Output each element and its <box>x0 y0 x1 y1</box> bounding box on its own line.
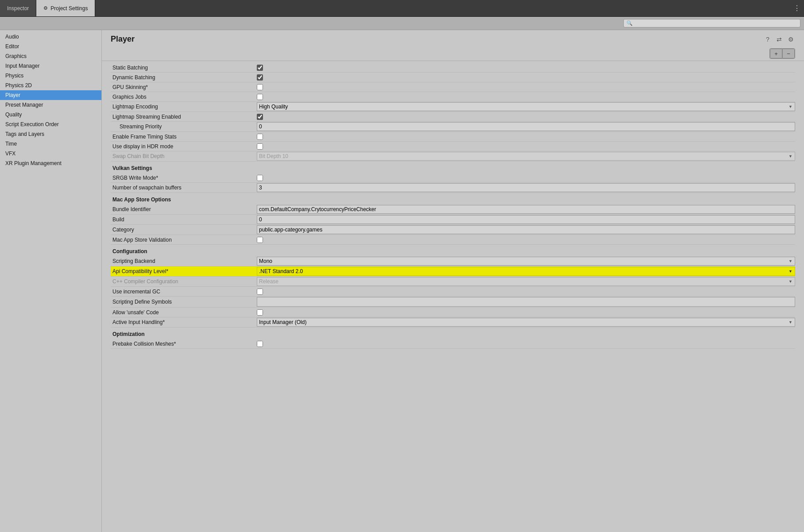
search-bar: 🔍 <box>0 17 804 30</box>
label-srgb-write-mode: SRGB Write Mode* <box>111 175 257 181</box>
label-graphics-jobs: Graphics Jobs <box>111 94 257 100</box>
row-incremental-gc: Use incremental GC <box>111 287 795 297</box>
section-configuration: Configuration <box>111 245 795 256</box>
checkbox-hdr-mode[interactable] <box>257 143 263 150</box>
player-header: Player ? ⇄ ⚙ <box>102 30 804 46</box>
value-lightmap-streaming <box>257 114 795 120</box>
sidebar-item-quality[interactable]: Quality <box>0 110 101 120</box>
input-streaming-priority[interactable] <box>257 122 795 131</box>
checkbox-lightmap-streaming[interactable] <box>257 114 263 120</box>
row-lightmap-encoding: Lightmap Encoding High Quality Normal Qu… <box>111 102 795 112</box>
value-active-input-handling: Input Manager (Old) Input System Package… <box>257 318 795 327</box>
value-unsafe-code <box>257 309 795 316</box>
checkbox-frame-timing[interactable] <box>257 134 263 140</box>
value-cpp-compiler: Release Debug Master <box>257 277 795 286</box>
label-incremental-gc: Use incremental GC <box>111 289 257 295</box>
help-icon[interactable]: ? <box>763 35 772 44</box>
row-mac-validation: Mac App Store Validation <box>111 235 795 245</box>
row-frame-timing: Enable Frame Timing Stats <box>111 132 795 142</box>
value-gpu-skinning <box>257 84 795 90</box>
content-area: Player ? ⇄ ⚙ + − Static Batching <box>102 30 804 532</box>
value-scripting-define-symbols <box>257 297 795 307</box>
row-bundle-identifier: Bundle Identifier <box>111 204 795 215</box>
sidebar-item-vfx[interactable]: VFX <box>0 149 101 158</box>
sidebar-item-tags-and-layers[interactable]: Tags and Layers <box>0 129 101 139</box>
search-input[interactable] <box>634 21 797 26</box>
remove-platform-button[interactable]: − <box>782 49 795 58</box>
sidebar-item-xr-plugin-management[interactable]: XR Plugin Management <box>0 158 101 168</box>
label-hdr-mode: Use display in HDR mode <box>111 143 257 150</box>
tab-project-settings[interactable]: ⚙ Project Settings <box>36 0 95 16</box>
sidebar-item-physics[interactable]: Physics <box>0 71 101 81</box>
tab-bar: Inspector ⚙ Project Settings ⋮ <box>0 0 804 17</box>
row-prebake-collision-meshes: Prebake Collision Meshes* <box>111 339 795 349</box>
add-platform-button[interactable]: + <box>770 49 782 58</box>
label-active-input-handling: Active Input Handling* <box>111 319 257 325</box>
section-optimization: Optimization <box>111 328 795 339</box>
checkbox-mac-validation[interactable] <box>257 237 263 243</box>
sidebar-item-preset-manager[interactable]: Preset Manager <box>0 100 101 110</box>
sidebar-item-graphics[interactable]: Graphics <box>0 51 101 61</box>
select-scripting-backend[interactable]: Mono IL2CPP <box>257 257 795 266</box>
row-cpp-compiler: C++ Compiler Configuration Release Debug… <box>111 277 795 287</box>
value-lightmap-encoding: High Quality Normal Quality Low Quality <box>257 102 795 111</box>
checkbox-unsafe-code[interactable] <box>257 309 263 316</box>
row-scripting-backend: Scripting Backend Mono IL2CPP <box>111 256 795 266</box>
checkbox-graphics-jobs[interactable] <box>257 94 263 100</box>
label-scripting-define-symbols: Scripting Define Symbols <box>111 299 257 305</box>
row-api-compatibility: Api Compatibility Level* .NET Standard 2… <box>111 266 795 277</box>
row-gpu-skinning: GPU Skinning* <box>111 82 795 92</box>
sidebar-item-input-manager[interactable]: Input Manager <box>0 61 101 71</box>
checkbox-prebake-collision-meshes[interactable] <box>257 341 263 347</box>
settings-icon[interactable]: ⚙ <box>786 35 795 44</box>
platform-toolbar: + − <box>102 46 804 61</box>
sidebar-item-player[interactable]: Player <box>0 90 101 100</box>
row-scripting-define-symbols: Scripting Define Symbols <box>111 297 795 308</box>
settings-tab-icon: ⚙ <box>43 5 48 11</box>
value-dynamic-batching <box>257 74 795 81</box>
checkbox-srgb-write-mode[interactable] <box>257 175 263 181</box>
settings-scroll[interactable]: Static Batching Dynamic Batching GPU Ski… <box>102 61 804 532</box>
row-unsafe-code: Allow 'unsafe' Code <box>111 308 795 317</box>
sidebar-item-audio[interactable]: Audio <box>0 32 101 42</box>
row-graphics-jobs: Graphics Jobs <box>111 92 795 102</box>
row-swap-chain-bit-depth: Swap Chain Bit Depth Bit Depth 10 Bit De… <box>111 151 795 162</box>
layout-icon[interactable]: ⇄ <box>775 35 784 44</box>
select-cpp-compiler: Release Debug Master <box>257 277 795 286</box>
input-scripting-define-symbols[interactable] <box>257 297 795 307</box>
input-category[interactable] <box>257 225 795 234</box>
select-lightmap-encoding[interactable]: High Quality Normal Quality Low Quality <box>257 102 795 111</box>
checkbox-gpu-skinning[interactable] <box>257 84 263 90</box>
input-swapchain-buffers[interactable] <box>257 183 795 192</box>
label-mac-validation: Mac App Store Validation <box>111 237 257 243</box>
sidebar-item-time[interactable]: Time <box>0 139 101 149</box>
value-streaming-priority <box>257 122 795 131</box>
input-build[interactable] <box>257 215 795 224</box>
value-category <box>257 225 795 234</box>
row-hdr-mode: Use display in HDR mode <box>111 142 795 151</box>
tab-inspector[interactable]: Inspector <box>0 0 36 16</box>
select-active-input-handling[interactable]: Input Manager (Old) Input System Package… <box>257 318 795 327</box>
value-incremental-gc <box>257 289 795 295</box>
checkbox-dynamic-batching[interactable] <box>257 74 263 81</box>
section-vulkan-settings: Vulkan Settings <box>111 162 795 173</box>
select-swap-chain-bit-depth: Bit Depth 10 Bit Depth 16 <box>257 152 795 161</box>
settings-inner: Static Batching Dynamic Batching GPU Ski… <box>102 61 804 358</box>
checkbox-incremental-gc[interactable] <box>257 289 263 295</box>
label-frame-timing: Enable Frame Timing Stats <box>111 134 257 140</box>
select-api-compatibility[interactable]: .NET Standard 2.0 .NET 4.x <box>257 267 795 276</box>
label-dynamic-batching: Dynamic Batching <box>111 74 257 81</box>
sidebar-item-script-execution-order[interactable]: Script Execution Order <box>0 120 101 129</box>
input-bundle-identifier[interactable] <box>257 205 795 214</box>
sidebar-item-editor[interactable]: Editor <box>0 42 101 51</box>
value-swap-chain-bit-depth: Bit Depth 10 Bit Depth 16 <box>257 152 795 161</box>
value-graphics-jobs <box>257 94 795 100</box>
label-prebake-collision-meshes: Prebake Collision Meshes* <box>111 341 257 347</box>
tab-bar-menu-icon[interactable]: ⋮ <box>793 4 800 12</box>
checkbox-static-batching[interactable] <box>257 65 263 71</box>
value-bundle-identifier <box>257 205 795 214</box>
sidebar-item-physics-2d[interactable]: Physics 2D <box>0 81 101 90</box>
sidebar: Audio Editor Graphics Input Manager Phys… <box>0 30 102 532</box>
label-api-compatibility: Api Compatibility Level* <box>111 268 257 274</box>
value-api-compatibility: .NET Standard 2.0 .NET 4.x <box>257 267 795 276</box>
